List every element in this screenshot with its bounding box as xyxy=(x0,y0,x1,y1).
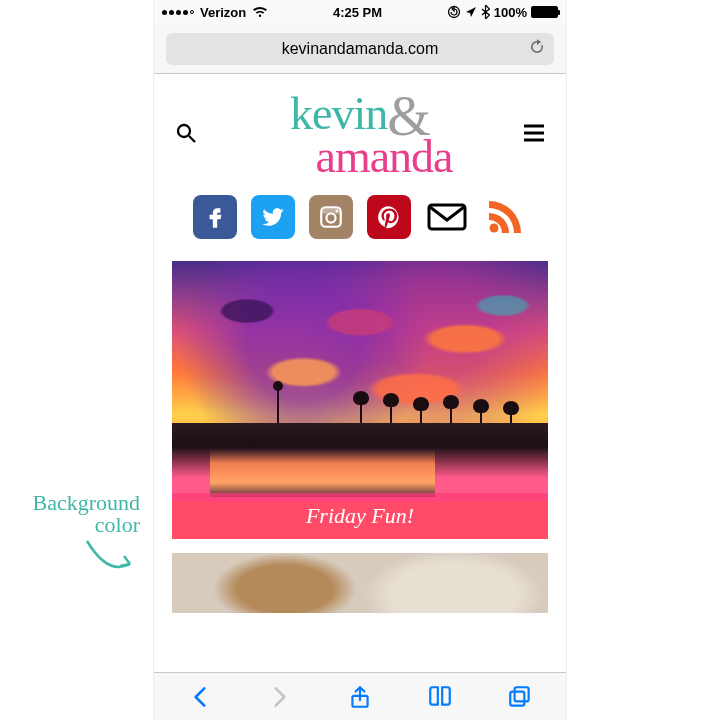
site-header: kevin& amanda xyxy=(172,84,548,177)
tabs-button[interactable] xyxy=(502,679,538,715)
rss-icon xyxy=(483,195,527,239)
url-field[interactable]: kevinandamanda.com xyxy=(166,33,554,65)
annotation-label: Background color xyxy=(10,492,140,536)
forward-button[interactable] xyxy=(262,679,298,715)
featured-post-card[interactable]: Friday Fun! xyxy=(172,261,548,539)
site-search-button[interactable] xyxy=(172,123,200,143)
status-left: Verizon xyxy=(162,5,268,20)
instagram-icon xyxy=(318,204,344,230)
share-icon xyxy=(347,684,373,710)
phone-frame: Verizon 4:25 PM 100% kevinandamanda.com xyxy=(154,0,566,720)
tabs-icon xyxy=(507,684,533,710)
twitter-icon xyxy=(260,204,286,230)
social-row xyxy=(172,195,548,239)
url-text: kevinandamanda.com xyxy=(282,40,439,58)
hamburger-icon xyxy=(522,123,546,143)
status-time: 4:25 PM xyxy=(333,5,382,20)
carrier-label: Verizon xyxy=(200,5,246,20)
status-right: 100% xyxy=(447,5,558,20)
annotation-line1: Background xyxy=(32,490,140,515)
book-icon xyxy=(427,684,453,710)
location-icon xyxy=(465,6,477,18)
next-post-peek[interactable] xyxy=(172,553,548,613)
rotation-lock-icon xyxy=(447,5,461,19)
menu-button[interactable] xyxy=(520,123,548,143)
search-icon xyxy=(176,123,196,143)
annotation-arrow-icon xyxy=(82,536,142,586)
share-button[interactable] xyxy=(342,679,378,715)
reload-button[interactable] xyxy=(528,38,546,60)
chevron-left-icon xyxy=(187,684,213,710)
svg-rect-14 xyxy=(510,691,524,705)
bluetooth-icon xyxy=(481,5,490,19)
reload-icon xyxy=(528,38,546,56)
site-content: kevin& amanda xyxy=(154,74,566,613)
site-logo[interactable]: kevin& amanda xyxy=(200,88,520,177)
svg-rect-13 xyxy=(515,687,529,701)
twitter-link[interactable] xyxy=(251,195,295,239)
battery-percent: 100% xyxy=(494,5,527,20)
pinterest-icon xyxy=(376,204,402,230)
signal-dots-icon xyxy=(162,10,194,15)
instagram-link[interactable] xyxy=(309,195,353,239)
svg-point-9 xyxy=(336,210,339,213)
ios-status-bar: Verizon 4:25 PM 100% xyxy=(154,0,566,24)
back-button[interactable] xyxy=(182,679,218,715)
bookmarks-button[interactable] xyxy=(422,679,458,715)
post-title: Friday Fun! xyxy=(306,503,414,529)
annotation-line2: color xyxy=(95,512,140,537)
post-title-overlay: Friday Fun! xyxy=(172,493,548,539)
svg-point-11 xyxy=(490,224,499,233)
battery-icon xyxy=(531,6,558,18)
mail-icon xyxy=(425,195,469,239)
email-link[interactable] xyxy=(425,195,469,239)
page-viewport[interactable]: kevin& amanda xyxy=(154,74,566,672)
logo-word2: amanda xyxy=(248,136,520,177)
facebook-link[interactable] xyxy=(193,195,237,239)
pinterest-link[interactable] xyxy=(367,195,411,239)
svg-line-2 xyxy=(189,136,195,142)
safari-url-bar: kevinandamanda.com xyxy=(154,24,566,74)
safari-toolbar xyxy=(154,672,566,720)
svg-point-1 xyxy=(178,125,190,137)
rss-link[interactable] xyxy=(483,195,527,239)
facebook-icon xyxy=(202,204,228,230)
chevron-right-icon xyxy=(267,684,293,710)
wifi-icon xyxy=(252,6,268,18)
svg-point-7 xyxy=(326,214,335,223)
